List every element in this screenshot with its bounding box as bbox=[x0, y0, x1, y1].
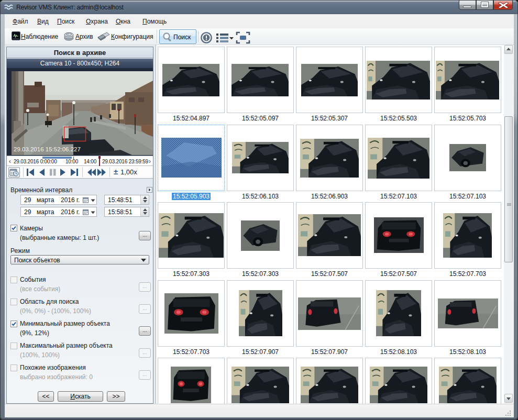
svg-text:29.03.2016 15:52:06.227: 29.03.2016 15:52:06.227 bbox=[14, 146, 81, 152]
